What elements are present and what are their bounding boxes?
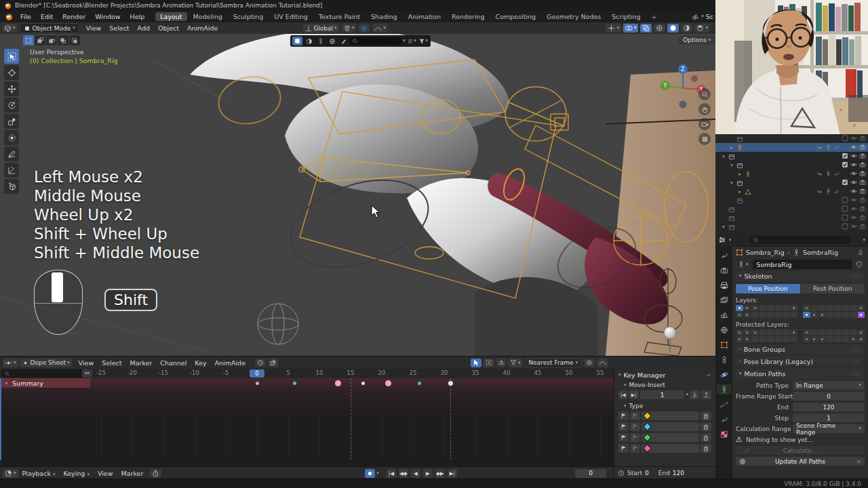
properties-tab-object[interactable] — [717, 340, 731, 350]
jump-right-button[interactable]: ▶| — [629, 390, 639, 399]
select-all-flag-button[interactable] — [618, 411, 629, 420]
expand-arrow[interactable]: ▸ — [737, 171, 743, 177]
menu-edit[interactable]: Edit — [36, 13, 58, 20]
select-all-flag-button[interactable] — [618, 444, 629, 453]
armature-layers-grid[interactable] — [736, 305, 865, 318]
hide-toggle[interactable] — [850, 214, 857, 222]
panel-pose-library[interactable]: ›Pose Library (Legacy):::: — [736, 357, 865, 367]
layer-cell[interactable] — [791, 329, 798, 336]
ds-copy-button[interactable] — [268, 359, 279, 367]
deselect-flag-button[interactable] — [630, 444, 640, 453]
layer-cell[interactable] — [744, 312, 751, 318]
select-all-flag-button[interactable] — [618, 433, 629, 442]
hide-toggle[interactable] — [850, 188, 857, 196]
outliner-row-sombra-rig[interactable]: ▸ — [715, 143, 868, 152]
render-toggle[interactable] — [859, 223, 866, 231]
current-frame-field[interactable]: 0 — [575, 469, 606, 478]
shading-rendered-button[interactable]: ▾ — [694, 24, 710, 33]
timeline-menu-playback[interactable]: Playback ▾ — [18, 470, 60, 477]
insert-down-button[interactable] — [690, 390, 700, 399]
channel-search-input[interactable] — [1, 369, 85, 378]
snap-toggle-button[interactable] — [359, 24, 370, 33]
layer-cell[interactable] — [760, 336, 767, 342]
viewport-menu-add[interactable]: Add — [134, 24, 154, 32]
properties-tab-view-layer[interactable] — [717, 295, 731, 305]
keyframe-current[interactable] — [256, 382, 259, 385]
scene-selector-chevron[interactable]: ▾ — [701, 14, 704, 19]
render-toggle[interactable] — [859, 214, 866, 222]
workspace-tab-modeling[interactable]: Modeling — [189, 12, 227, 21]
render-toggle[interactable] — [859, 188, 866, 196]
ds-menu-select[interactable]: Select — [98, 359, 125, 367]
select-box-tool[interactable] — [4, 49, 19, 64]
layer-cell[interactable] — [736, 329, 743, 336]
options-dropdown[interactable]: Options▾ — [678, 35, 715, 45]
dope-sheet-content[interactable]: ▸Summary Contact End of Loop — [0, 378, 614, 467]
hide-toggle[interactable] — [850, 161, 857, 169]
proportional-editing-button[interactable]: ▾ — [372, 24, 388, 33]
layer-cell[interactable] — [783, 329, 790, 336]
properties-tab-texture[interactable] — [717, 429, 731, 439]
layer-cell[interactable] — [842, 305, 850, 311]
select-all-flag-button[interactable] — [618, 422, 629, 431]
cursor-tool[interactable] — [4, 65, 19, 80]
keyframe-breakdown[interactable] — [418, 382, 421, 385]
ds-menu-animaide[interactable]: AnimAide — [211, 359, 250, 367]
layer-cell[interactable] — [775, 336, 783, 342]
hide-toggle[interactable] — [850, 179, 857, 187]
layer-cell[interactable] — [850, 305, 857, 311]
collection-checkbox[interactable] — [842, 179, 848, 187]
layer-cell[interactable] — [791, 305, 798, 311]
layer-cell[interactable] — [803, 312, 810, 318]
layer-cell[interactable] — [751, 305, 759, 311]
layer-cell[interactable] — [818, 312, 826, 318]
auto-key-record-button[interactable] — [365, 469, 375, 478]
keying-set-chevron[interactable]: ▾ — [376, 471, 379, 476]
delete-keys-button[interactable] — [701, 444, 711, 453]
insert-up-button[interactable] — [701, 390, 711, 399]
workspace-tab-uv-editing[interactable]: UV Editing — [269, 12, 313, 21]
render-toggle[interactable] — [859, 144, 866, 152]
play-reverse-button[interactable]: ◀ — [411, 469, 420, 478]
jump-to-start-button[interactable]: |◀ — [387, 469, 396, 478]
shading-material-button[interactable] — [681, 24, 692, 33]
filter-sphere-button[interactable] — [304, 37, 314, 45]
outliner-row-eyelashes[interactable]: ▾ — [715, 178, 868, 187]
datablock-type-button[interactable]: ▾ — [736, 260, 751, 269]
layer-cell[interactable] — [827, 336, 834, 342]
menu-file[interactable]: File — [16, 13, 36, 20]
collection-checkbox[interactable] — [842, 135, 848, 143]
layer-cell[interactable] — [827, 329, 834, 336]
layer-cell[interactable] — [850, 312, 857, 318]
layer-cell[interactable] — [767, 312, 774, 318]
workspace-tab-texture-paint[interactable]: Texture Paint — [314, 12, 365, 21]
collection-checkbox[interactable] — [842, 205, 848, 214]
outliner-row-camera-lighting[interactable] — [715, 205, 868, 214]
workspace-tab-rendering[interactable]: Rendering — [447, 12, 490, 21]
outliner-row-rig-shapes-001[interactable] — [715, 196, 868, 205]
layer-cell[interactable] — [767, 336, 774, 342]
layer-cell[interactable] — [818, 336, 826, 342]
breadcrumb-object[interactable]: Sombra_Rig — [746, 249, 785, 256]
properties-tab-output[interactable] — [717, 280, 731, 290]
pan-view-button[interactable] — [698, 103, 711, 115]
calculation-range-dropdown[interactable]: Scene Frame Range▾ — [793, 424, 865, 433]
viewport-menu-view[interactable]: View — [82, 24, 106, 32]
snap-mode-dropdown[interactable]: Nearest Frame▾ — [525, 358, 582, 368]
type-label[interactable]: Type — [629, 403, 644, 409]
annotate-tool[interactable] — [4, 146, 19, 161]
move-insert-label[interactable]: Move-Insert — [629, 382, 665, 388]
properties-options-chevron[interactable]: ▾ — [863, 238, 865, 243]
keyframe-keyframe_small[interactable] — [361, 382, 365, 385]
layer-cell[interactable] — [811, 336, 818, 342]
expand-arrow[interactable]: ▸ — [729, 145, 734, 150]
next-keyframe-button[interactable]: ◆▶ — [435, 469, 445, 478]
breadcrumb-data[interactable]: SombraRig — [803, 249, 838, 256]
mode-dropdown[interactable]: Object Mode▾ — [20, 23, 79, 33]
workspace-tab-scripting[interactable]: Scripting — [607, 12, 645, 21]
layer-cell[interactable] — [858, 312, 865, 318]
properties-tab-data[interactable] — [717, 384, 731, 394]
scene-selector[interactable]: Sc — [706, 13, 713, 20]
outliner-row-whole-male[interactable]: ▾ — [715, 152, 868, 161]
layer-cell[interactable] — [818, 329, 826, 336]
